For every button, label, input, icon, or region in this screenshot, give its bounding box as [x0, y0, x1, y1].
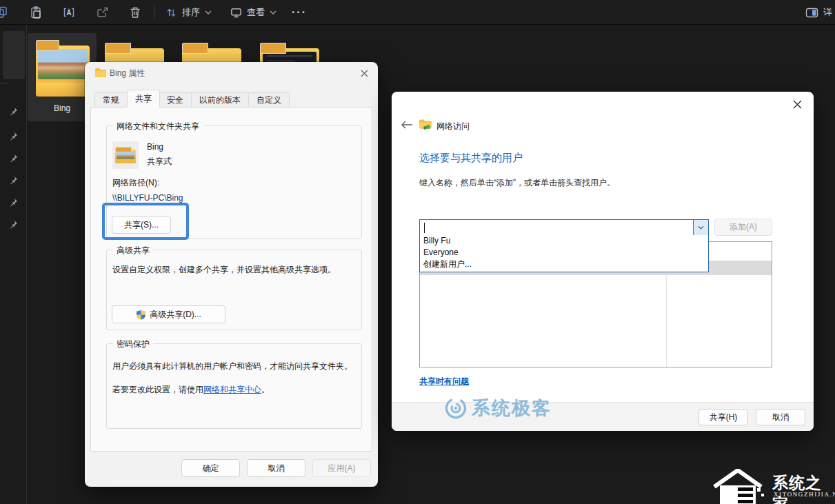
sort-arrows-icon	[165, 7, 177, 19]
house-logo-icon	[712, 469, 768, 504]
network-access-dialog: 网络访问 选择要与其共享的用户 键入名称，然后单击“添加”，或者单击箭头查找用户…	[392, 92, 814, 431]
sort-button[interactable]: 排序	[160, 3, 217, 21]
desktop-screen: 排序 查看 ··· 详 Bi	[0, 0, 835, 504]
properties-tabs: 常规 共享 安全 以前的版本 自定义	[94, 90, 290, 108]
user-dropdown-list: Billy Fu Everyone 创建新用户...	[419, 235, 709, 272]
properties-dialog: Bing 属性 常规 共享 安全 以前的版本 自定义 网络文件和文件夹共享	[85, 62, 378, 487]
folder-icon	[95, 68, 106, 77]
close-icon[interactable]	[792, 99, 803, 110]
advanced-sharing-group: 高级共享 设置自定义权限，创建多个共享，并设置其他高级共享选项。 高级共享(D)…	[106, 250, 362, 330]
nav-item-partial[interactable]	[3, 31, 25, 79]
paste-icon[interactable]	[30, 6, 42, 19]
highlight-annotation	[102, 203, 189, 240]
network-path-label: 网络路径(N):	[112, 177, 159, 189]
network-access-icon	[419, 119, 432, 130]
apply-button[interactable]: 应用(A)	[312, 459, 371, 477]
tab-sharing[interactable]: 共享	[127, 90, 160, 108]
pin-icon[interactable]	[9, 220, 18, 229]
dropdown-item-billy-fu[interactable]: Billy Fu	[420, 235, 708, 247]
tab-customize[interactable]: 自定义	[249, 92, 290, 108]
dropdown-item-everyone[interactable]: Everyone	[420, 247, 708, 259]
advanced-sharing-button-label: 高级共享(D)...	[150, 309, 201, 321]
password-protection-line2: 若要更改此设置，请使用网络和共享中心。	[112, 384, 358, 396]
ok-button[interactable]: 确定	[181, 459, 240, 477]
uac-shield-icon	[136, 310, 146, 320]
group-title: 网络文件和文件夹共享	[113, 121, 203, 132]
toolbar-divider	[154, 6, 154, 19]
network-dialog-heading: 选择要与其共享的用户	[419, 152, 523, 165]
tab-security[interactable]: 安全	[159, 92, 192, 108]
cancel-button[interactable]: 取消	[247, 459, 305, 477]
bing-photo-thumbnail	[38, 49, 88, 79]
share-confirm-button[interactable]: 共享(H)	[698, 409, 748, 425]
share-state: 共享式	[147, 156, 172, 168]
rename-icon[interactable]	[63, 6, 75, 19]
sort-label: 排序	[182, 6, 200, 19]
dialog-title: 网络访问	[436, 121, 470, 132]
network-sharing-group: 网络文件和文件夹共享 Bing 共享式 网络路径(N): \\BILLYFU-P…	[106, 125, 362, 239]
shared-folder-name: Bing	[147, 141, 163, 153]
explorer-toolbar: 排序 查看 ··· 详	[0, 0, 835, 25]
pin-icon[interactable]	[9, 198, 18, 207]
sharing-tab-page: 网络文件和文件夹共享 Bing 共享式 网络路径(N): \\BILLYFU-P…	[90, 107, 372, 452]
network-dialog-instruction: 键入名称，然后单击“添加”，或者单击箭头查找用户。	[419, 177, 615, 189]
advanced-sharing-description: 设置自定义权限，创建多个共享，并设置其他高级共享选项。	[112, 264, 355, 276]
password-protection-group: 密码保护 用户必须具有此计算机的用户帐户和密码，才能访问共享文件夹。 若要更改此…	[106, 343, 362, 429]
bing-folder-icon	[36, 40, 90, 97]
advanced-sharing-button[interactable]: 高级共享(D)...	[112, 305, 225, 323]
network-dialog-footer: 共享(H) 取消	[392, 402, 814, 431]
details-label: 详	[823, 6, 832, 19]
password-protection-line1: 用户必须具有此计算机的用户帐户和密码，才能访问共享文件夹。	[112, 361, 358, 372]
add-button[interactable]: 添加(A)	[714, 219, 772, 236]
text-cursor	[424, 223, 425, 233]
nav-divider	[0, 83, 8, 83]
site-logo: 系统之家 XITONGZHIJIA.NET	[712, 469, 835, 504]
site-logo-domain: XITONGZHIJIA.NET	[774, 491, 835, 498]
dropdown-item-create-new-user[interactable]: 创建新用户...	[420, 259, 708, 270]
more-options-button[interactable]: ···	[286, 3, 312, 21]
group-title: 密码保护	[113, 339, 153, 350]
site-logo-name: 系统之家	[772, 472, 835, 504]
pin-icon[interactable]	[9, 107, 18, 116]
chevron-down-icon	[270, 10, 276, 14]
details-pane-button[interactable]: 详	[800, 3, 835, 21]
details-pane-icon	[805, 7, 818, 19]
group-title: 高级共享	[113, 245, 153, 256]
delete-icon[interactable]	[129, 6, 141, 19]
tab-general[interactable]: 常规	[94, 92, 128, 108]
more-options-icon: ···	[292, 6, 307, 19]
close-icon[interactable]	[359, 68, 370, 79]
cancel-button[interactable]: 取消	[756, 409, 805, 425]
combobox-dropdown-button[interactable]	[693, 220, 708, 235]
pin-icon[interactable]	[9, 154, 18, 163]
view-button[interactable]: 查看	[225, 3, 282, 21]
chevron-down-icon	[698, 225, 704, 230]
monitor-icon	[230, 7, 242, 19]
share-icon[interactable]	[97, 6, 109, 19]
copy-icon[interactable]	[0, 6, 8, 19]
back-arrow-icon[interactable]	[401, 120, 413, 130]
dialog-title: Bing 属性	[110, 68, 145, 79]
pin-icon[interactable]	[9, 176, 18, 185]
user-combobox[interactable]	[419, 219, 709, 236]
navigation-pane	[0, 25, 27, 504]
sharing-trouble-link[interactable]: 共享时有问题	[419, 376, 469, 387]
chevron-down-icon	[205, 10, 212, 14]
pin-icon[interactable]	[9, 132, 18, 141]
tab-previous-versions[interactable]: 以前的版本	[192, 92, 249, 108]
shared-folder-icon	[112, 141, 139, 169]
network-sharing-center-link[interactable]: 网络和共享中心	[203, 385, 261, 394]
view-label: 查看	[247, 6, 265, 19]
